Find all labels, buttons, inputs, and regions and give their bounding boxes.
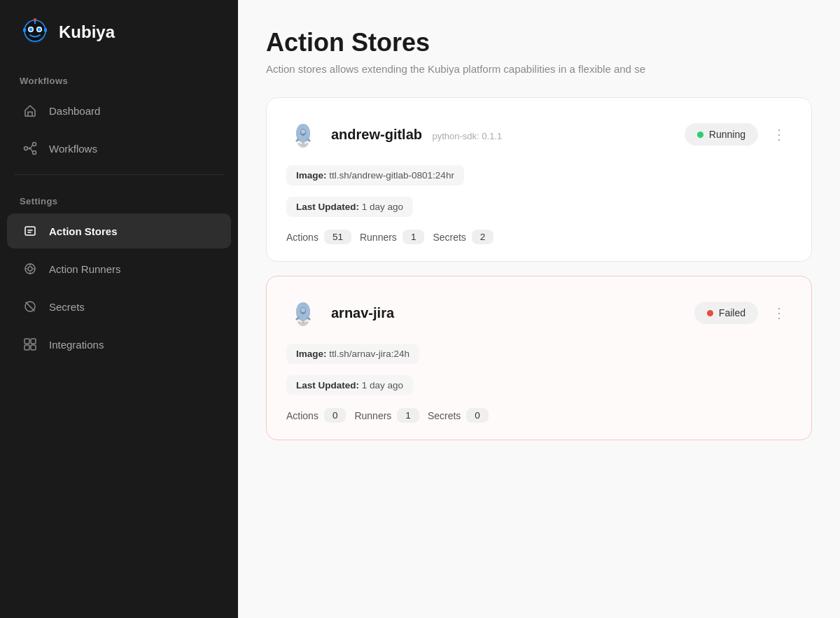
svg-rect-20 <box>24 339 29 344</box>
card-header-right-2: Failed ⋮ <box>694 302 792 324</box>
home-icon <box>21 101 39 120</box>
sidebar-section-settings: Settings <box>0 182 238 212</box>
svg-rect-8 <box>23 28 26 32</box>
page-title: Action Stores <box>266 28 812 57</box>
integrations-icon <box>21 335 39 353</box>
image-info-1: Image: ttl.sh/andrew-gitlab-0801:24hr <box>286 165 464 185</box>
status-label-2: Failed <box>719 307 746 318</box>
image-value-1: ttl.sh/andrew-gitlab-0801:24hr <box>329 170 454 181</box>
main-content: Action Stores Action stores allows exten… <box>238 0 840 618</box>
image-row-1: Image: ttl.sh/andrew-gitlab-0801:24hr <box>286 165 792 192</box>
image-label-2: Image: <box>296 349 327 359</box>
secrets-icon <box>21 297 39 316</box>
workflows-icon <box>21 139 39 157</box>
sidebar-item-dashboard[interactable]: Dashboard <box>7 93 231 128</box>
runners-count-2: 1 <box>397 408 419 423</box>
svg-point-5 <box>38 28 41 31</box>
card-header-left-2: arnav-jira <box>286 296 401 330</box>
runners-count-1: 1 <box>402 230 425 244</box>
more-options-button-2[interactable]: ⋮ <box>766 302 792 324</box>
svg-point-25 <box>301 129 305 134</box>
actions-label-2: Actions <box>286 410 318 421</box>
image-value-2: ttl.sh/arnav-jira:24h <box>329 349 410 359</box>
status-dot-running <box>697 132 704 138</box>
last-updated-info-2: Last Updated: 1 day ago <box>286 375 413 395</box>
sidebar-divider <box>14 174 224 175</box>
svg-rect-23 <box>31 345 36 350</box>
status-dot-failed <box>707 310 713 316</box>
card-header-1: andrew-gitlab python-sdk: 0.1.1 Running … <box>286 118 792 151</box>
stat-runners-1: Runners 1 <box>360 230 424 244</box>
secrets-count-2: 0 <box>466 408 489 423</box>
rocket-icon-2 <box>286 296 320 330</box>
more-options-button-1[interactable]: ⋮ <box>766 123 792 146</box>
sidebar-item-dashboard-label: Dashboard <box>49 105 100 117</box>
sidebar-item-workflows-label: Workflows <box>49 143 97 155</box>
svg-rect-15 <box>25 227 35 235</box>
stats-row-2: Actions 0 Runners 1 Secrets 0 <box>286 408 792 423</box>
stat-secrets-1: Secrets 2 <box>433 230 493 244</box>
store-name-group-1: andrew-gitlab python-sdk: 0.1.1 <box>331 127 502 143</box>
last-updated-label-1: Last Updated: <box>296 202 359 212</box>
image-info-2: Image: ttl.sh/arnav-jira:24h <box>286 344 419 364</box>
action-stores-icon <box>21 222 39 240</box>
status-label-1: Running <box>709 129 746 140</box>
logo-text: Kubiya <box>59 22 115 42</box>
sidebar-item-secrets[interactable]: Secrets <box>7 289 231 324</box>
last-updated-label-2: Last Updated: <box>296 380 359 391</box>
card-header-left-1: andrew-gitlab python-sdk: 0.1.1 <box>286 118 502 151</box>
sidebar-item-action-runners[interactable]: Action Runners <box>7 251 231 286</box>
card-header-right-1: Running ⋮ <box>685 123 792 146</box>
page-subtitle: Action stores allows extending the Kubiy… <box>266 63 812 75</box>
svg-line-14 <box>31 148 33 152</box>
svg-point-10 <box>24 147 28 150</box>
sidebar-item-action-stores-label: Action Stores <box>49 225 118 237</box>
svg-line-13 <box>31 145 33 148</box>
stat-runners-2: Runners 1 <box>354 408 419 423</box>
svg-point-12 <box>33 151 36 155</box>
last-updated-row-2: Last Updated: 1 day ago <box>286 375 792 402</box>
store-name-1: andrew-gitlab <box>331 127 422 142</box>
last-updated-row-1: Last Updated: 1 day ago <box>286 197 792 224</box>
secrets-label-1: Secrets <box>433 232 465 243</box>
rocket-icon-1 <box>286 118 320 151</box>
actions-label-1: Actions <box>286 232 318 243</box>
sidebar-item-integrations[interactable]: Integrations <box>7 327 231 362</box>
stats-row-1: Actions 51 Runners 1 Secrets 2 <box>286 230 792 244</box>
svg-point-27 <box>301 308 305 312</box>
runners-label-1: Runners <box>360 232 397 243</box>
store-card-arnav-jira: arnav-jira Failed ⋮ Image: ttl.sh/arnav-… <box>266 276 812 440</box>
last-updated-value-1: 1 day ago <box>362 202 403 212</box>
image-label-1: Image: <box>296 170 327 181</box>
sidebar-item-secrets-label: Secrets <box>49 301 85 313</box>
svg-point-17 <box>28 267 32 271</box>
svg-point-11 <box>33 143 36 146</box>
sidebar-item-action-stores[interactable]: Action Stores <box>7 213 231 248</box>
sidebar-section-workflows: Workflows <box>0 62 238 92</box>
image-row-2: Image: ttl.sh/arnav-jira:24h <box>286 344 792 371</box>
stat-actions-2: Actions 0 <box>286 408 346 423</box>
last-updated-info-1: Last Updated: 1 day ago <box>286 197 413 217</box>
actions-count-2: 0 <box>324 408 346 423</box>
svg-rect-22 <box>24 345 29 350</box>
svg-point-7 <box>34 18 36 21</box>
stat-actions-1: Actions 51 <box>286 230 351 244</box>
runners-label-2: Runners <box>354 410 391 421</box>
actions-count-1: 51 <box>324 230 351 244</box>
sdk-badge-1: python-sdk: 0.1.1 <box>432 131 502 141</box>
sidebar-logo: Kubiya <box>0 0 238 62</box>
svg-point-4 <box>29 28 33 31</box>
sidebar-item-integrations-label: Integrations <box>49 339 104 351</box>
stat-secrets-2: Secrets 0 <box>428 408 489 423</box>
last-updated-value-2: 1 day ago <box>362 380 403 391</box>
secrets-label-2: Secrets <box>428 410 461 421</box>
sidebar: Kubiya Workflows Dashboard Workflows Set… <box>0 0 238 618</box>
store-card-andrew-gitlab: andrew-gitlab python-sdk: 0.1.1 Running … <box>266 97 812 262</box>
logo-icon <box>20 17 50 48</box>
action-runners-icon <box>21 260 39 278</box>
store-name-2: arnav-jira <box>331 305 394 321</box>
svg-rect-9 <box>44 28 47 32</box>
status-badge-1: Running <box>685 123 758 146</box>
sidebar-item-workflows[interactable]: Workflows <box>7 131 231 166</box>
status-badge-2: Failed <box>694 302 758 324</box>
